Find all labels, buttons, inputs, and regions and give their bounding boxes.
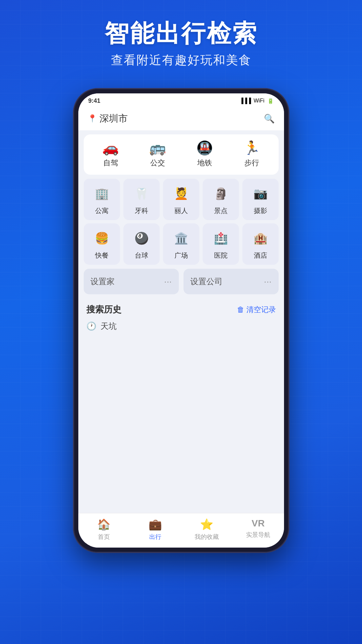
category-plaza[interactable]: 🏛️ 广场: [163, 223, 199, 265]
history-header: 搜索历史 🗑 清空记录: [86, 304, 276, 315]
plaza-icon: 🏛️: [171, 228, 191, 248]
plaza-label: 广场: [174, 251, 188, 260]
history-item[interactable]: 🕐 天坑: [86, 321, 276, 332]
history-item-text: 天坑: [100, 321, 117, 332]
category-scenic[interactable]: 🗿 景点: [203, 179, 239, 220]
nav-travel[interactable]: 💼 出行: [142, 518, 169, 541]
status-icons: ▐▐▐ WiFi 🔋: [240, 98, 274, 104]
nav-favorites[interactable]: ⭐ 我的收藏: [193, 518, 220, 541]
action-buttons: 设置家 ··· 设置公司 ···: [84, 269, 279, 294]
set-home-button[interactable]: 设置家 ···: [84, 269, 179, 294]
category-billiards[interactable]: 🎱 台球: [123, 223, 160, 265]
category-hotel[interactable]: 🏨 酒店: [242, 223, 279, 265]
transport-walk[interactable]: 🏃 步行: [243, 141, 260, 168]
set-company-button[interactable]: 设置公司 ···: [184, 269, 279, 294]
dental-icon: 🦷: [131, 183, 152, 204]
search-icon[interactable]: 🔍: [264, 114, 275, 124]
scenic-icon: 🗿: [211, 183, 231, 204]
fastfood-icon: 🍔: [92, 228, 112, 248]
phone-frame: 9:41 ▐▐▐ WiFi 🔋 📍 深圳市 🔍: [74, 89, 289, 552]
clear-history-button[interactable]: 🗑 清空记录: [237, 305, 276, 315]
transport-bus[interactable]: 🚌 公交: [149, 141, 166, 168]
phone-screen: 9:41 ▐▐▐ WiFi 🔋 📍 深圳市 🔍: [78, 93, 284, 548]
bus-icon: 🚌: [149, 141, 166, 155]
header-section: 智能出行检索 查看附近有趣好玩和美食: [105, 20, 258, 69]
location-pin-icon: 📍: [88, 114, 97, 123]
walk-label: 步行: [244, 158, 259, 168]
clear-label: 清空记录: [246, 305, 276, 315]
location-display: 📍 深圳市: [88, 112, 128, 125]
favorites-nav-icon: ⭐: [200, 518, 213, 531]
signal-icon: ▐▐▐: [240, 98, 251, 104]
search-bar[interactable]: 📍 深圳市 🔍: [86, 112, 276, 125]
wifi-icon: WiFi: [254, 98, 265, 104]
beauty-icon: 💆: [171, 183, 191, 204]
transport-card: 🚗 自驾 🚌 公交 🚇 地铁 🏃 步行: [84, 134, 279, 175]
vr-nav-icon: VR: [252, 518, 265, 529]
company-dots-icon: ···: [264, 277, 272, 286]
travel-nav-icon: 💼: [149, 518, 162, 531]
nav-home[interactable]: 🏠 首页: [90, 518, 117, 541]
search-area: 📍 深圳市 🔍: [78, 108, 284, 130]
hospital-label: 医院: [214, 251, 228, 260]
transport-driving[interactable]: 🚗 自驾: [102, 141, 119, 168]
category-grid: 🏢 公寓 🦷 牙科 💆 丽人 🗿 景点 📷 摄影: [84, 179, 279, 265]
battery-icon: 🔋: [267, 98, 274, 104]
history-title: 搜索历史: [86, 304, 121, 315]
category-dental[interactable]: 🦷 牙科: [123, 179, 160, 220]
hotel-icon: 🏨: [250, 228, 271, 248]
billiards-icon: 🎱: [131, 228, 152, 248]
nav-vr[interactable]: VR 实景导航: [245, 518, 272, 541]
category-photo[interactable]: 📷 摄影: [242, 179, 279, 220]
vr-nav-label: 实景导航: [246, 531, 270, 539]
scenic-label: 景点: [214, 206, 228, 215]
home-nav-icon: 🏠: [97, 518, 111, 531]
billiards-label: 台球: [135, 251, 148, 260]
subway-icon: 🚇: [196, 141, 213, 155]
transport-subway[interactable]: 🚇 地铁: [196, 141, 213, 168]
content-spacer: [78, 332, 284, 513]
main-title: 智能出行检索: [105, 20, 258, 47]
hotel-label: 酒店: [254, 251, 267, 260]
category-apartment[interactable]: 🏢 公寓: [84, 179, 120, 220]
bottom-nav: 🏠 首页 💼 出行 ⭐ 我的收藏 VR 实景导航: [78, 513, 284, 548]
subway-label: 地铁: [197, 158, 212, 168]
apartment-label: 公寓: [95, 206, 109, 215]
photo-label: 摄影: [254, 206, 267, 215]
apartment-icon: 🏢: [92, 183, 112, 204]
category-hospital[interactable]: 🏥 医院: [203, 223, 239, 265]
travel-nav-label: 出行: [149, 533, 161, 541]
favorites-nav-label: 我的收藏: [195, 533, 219, 541]
history-section: 搜索历史 🗑 清空记录 🕐 天坑: [86, 304, 276, 332]
status-bar: 9:41 ▐▐▐ WiFi 🔋: [78, 93, 284, 108]
sub-title: 查看附近有趣好玩和美食: [105, 52, 258, 69]
trash-icon: 🗑: [237, 305, 244, 314]
clock-icon: 🕐: [86, 321, 96, 331]
home-dots-icon: ···: [164, 277, 172, 286]
beauty-label: 丽人: [174, 206, 188, 215]
phone-mockup: 9:41 ▐▐▐ WiFi 🔋 📍 深圳市 🔍: [74, 89, 289, 552]
time-display: 9:41: [88, 97, 100, 104]
fastfood-label: 快餐: [95, 251, 109, 260]
hospital-icon: 🏥: [211, 228, 231, 248]
set-home-label: 设置家: [90, 276, 115, 287]
set-company-label: 设置公司: [190, 276, 223, 287]
category-beauty[interactable]: 💆 丽人: [163, 179, 199, 220]
dental-label: 牙科: [135, 206, 148, 215]
walk-icon: 🏃: [243, 141, 260, 155]
driving-icon: 🚗: [102, 141, 119, 155]
driving-label: 自驾: [103, 158, 118, 168]
category-fastfood[interactable]: 🍔 快餐: [84, 223, 120, 265]
home-nav-label: 首页: [98, 533, 110, 541]
photo-icon: 📷: [250, 183, 271, 204]
location-text: 深圳市: [99, 112, 128, 125]
bus-label: 公交: [150, 158, 165, 168]
